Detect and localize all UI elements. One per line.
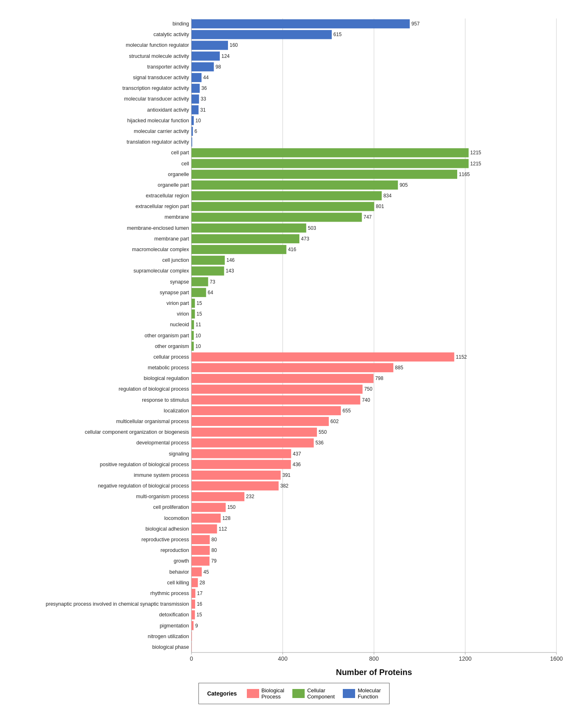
bar-18: [191, 213, 362, 222]
bar-33: [191, 374, 374, 383]
y-label-52: cell killing: [167, 580, 189, 586]
y-label-10: molecular carrier activity: [134, 128, 189, 134]
y-label-14: organelle: [168, 172, 189, 177]
value-label-39: 536: [315, 440, 324, 446]
bar-57: [191, 632, 192, 641]
legend-label-molecular: MolecularFunction: [358, 687, 381, 700]
y-label-6: transcription regulator activity: [122, 85, 189, 91]
bar-27: [191, 309, 195, 318]
y-label-34: regulation of biological process: [119, 386, 189, 392]
y-label-37: multicellular organismal process: [116, 419, 189, 424]
y-label-36: localization: [164, 408, 189, 414]
value-label-12: 1215: [470, 150, 481, 156]
value-label-6: 36: [201, 85, 207, 91]
y-label-41: positive regulation of biological proces…: [100, 462, 189, 467]
bar-10: [191, 127, 193, 136]
bar-38: [191, 428, 317, 437]
value-label-20: 473: [301, 236, 309, 242]
bar-51: [191, 568, 202, 577]
y-label-58: biological phase: [152, 644, 189, 650]
value-label-8: 31: [200, 107, 206, 113]
bar-36: [191, 406, 341, 415]
value-label-5: 44: [203, 75, 209, 80]
legend-swatch-molecular: [343, 689, 355, 698]
y-label-19: membrane-enclosed lumen: [127, 225, 189, 231]
x-axis-title: Number of Proteins: [336, 668, 412, 677]
value-label-3: 124: [221, 53, 230, 59]
y-label-39: developmental process: [136, 440, 189, 446]
bar-43: [191, 481, 278, 490]
y-label-38: cellular component organization or bioge…: [85, 429, 189, 435]
bar-45: [191, 503, 226, 512]
value-label-9: 10: [196, 118, 201, 124]
value-label-7: 33: [201, 96, 206, 102]
y-label-33: biological regulation: [144, 375, 189, 381]
bar-0: [191, 19, 410, 28]
bar-49: [191, 546, 210, 555]
bar-15: [191, 181, 398, 190]
legend-item-cellular: CellularComponent: [292, 687, 335, 700]
value-label-47: 112: [219, 526, 227, 532]
y-label-17: extracellular region part: [135, 204, 189, 209]
bar-54: [191, 600, 195, 609]
bar-8: [191, 105, 198, 114]
y-label-21: macromolecular complex: [132, 247, 189, 252]
bar-40: [191, 449, 291, 458]
value-label-35: 740: [362, 397, 370, 403]
y-label-25: synapse part: [160, 290, 189, 295]
y-label-51: behavior: [169, 569, 189, 575]
bar-53: [191, 589, 195, 598]
bar-42: [191, 471, 280, 480]
bar-31: [191, 352, 454, 362]
value-label-4: 98: [216, 64, 221, 70]
bar-13: [191, 159, 469, 168]
x-tick-400: 400: [278, 655, 288, 662]
bar-2: [191, 41, 228, 50]
y-label-23: supramolecular complex: [134, 268, 189, 274]
bar-22: [191, 256, 225, 265]
y-label-28: nucleoid: [170, 322, 189, 327]
y-label-24: synapse: [170, 279, 189, 285]
y-label-5: signal transducer activity: [133, 75, 189, 80]
y-label-53: rhythmic process: [150, 591, 189, 596]
value-label-0: 957: [411, 21, 419, 27]
y-label-55: detoxification: [159, 612, 189, 618]
value-label-44: 232: [246, 494, 254, 499]
bar-19: [191, 224, 306, 233]
bar-21: [191, 245, 286, 254]
y-label-15: organelle part: [158, 182, 189, 188]
bar-9: [191, 116, 194, 125]
y-label-26: virion part: [166, 300, 189, 306]
bar-30: [191, 342, 194, 351]
bar-11: [191, 137, 192, 146]
value-label-30: 10: [196, 343, 201, 349]
bar-32: [191, 363, 393, 372]
bar-14: [191, 170, 457, 179]
x-tick-1200: 1200: [459, 655, 472, 662]
bar-55: [191, 610, 195, 619]
bar-41: [191, 460, 291, 469]
bar-12: [191, 148, 469, 157]
value-label-23: 143: [226, 268, 234, 274]
bar-25: [191, 288, 206, 297]
value-label-45: 150: [227, 504, 235, 510]
bar-47: [191, 524, 217, 533]
y-label-47: biological adhesion: [146, 526, 189, 532]
y-label-45: cell proliferation: [153, 504, 189, 510]
y-label-4: transporter activity: [147, 64, 189, 70]
y-label-27: virion: [177, 311, 189, 317]
value-label-33: 798: [375, 375, 383, 381]
value-label-10: 6: [194, 128, 197, 134]
value-label-26: 15: [196, 300, 202, 306]
bar-3: [191, 52, 220, 61]
bar-48: [191, 535, 210, 544]
value-label-36: 655: [342, 408, 351, 414]
value-label-15: 905: [399, 182, 408, 188]
legend-swatch-cellular: [292, 689, 305, 698]
value-label-40: 437: [293, 451, 301, 457]
y-label-46: locomotion: [164, 515, 189, 521]
value-label-50: 79: [211, 558, 217, 564]
legend-swatch-biological: [247, 689, 259, 698]
value-label-25: 64: [208, 290, 214, 295]
value-label-46: 128: [222, 515, 230, 521]
